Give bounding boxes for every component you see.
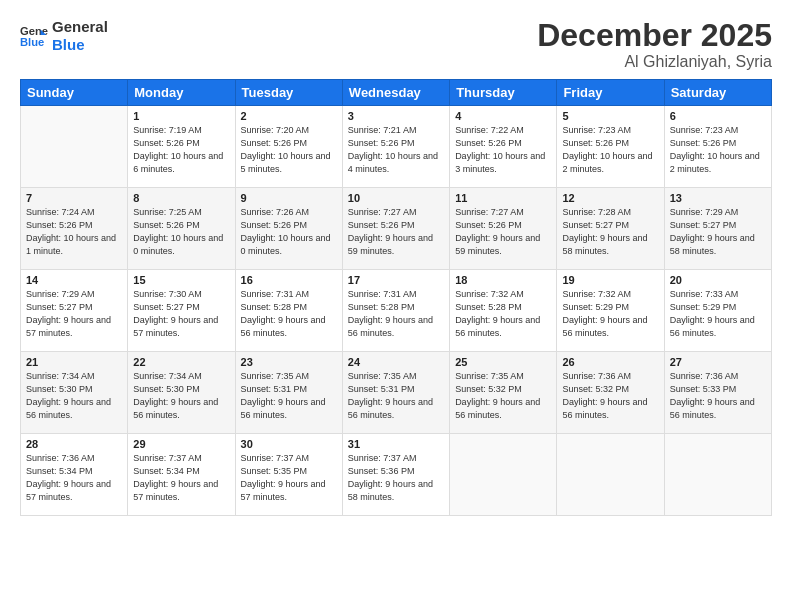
- header: General Blue General Blue December 2025 …: [20, 18, 772, 71]
- table-row: 5Sunrise: 7:23 AMSunset: 5:26 PMDaylight…: [557, 106, 664, 188]
- cell-date: 24: [348, 356, 444, 368]
- table-row: [557, 434, 664, 516]
- table-row: 22Sunrise: 7:34 AMSunset: 5:30 PMDayligh…: [128, 352, 235, 434]
- table-row: 9Sunrise: 7:26 AMSunset: 5:26 PMDaylight…: [235, 188, 342, 270]
- table-row: 8Sunrise: 7:25 AMSunset: 5:26 PMDaylight…: [128, 188, 235, 270]
- cell-info: Sunrise: 7:32 AMSunset: 5:29 PMDaylight:…: [562, 288, 658, 340]
- cell-date: 3: [348, 110, 444, 122]
- month-title: December 2025: [537, 18, 772, 53]
- cell-info: Sunrise: 7:35 AMSunset: 5:31 PMDaylight:…: [348, 370, 444, 422]
- table-row: 12Sunrise: 7:28 AMSunset: 5:27 PMDayligh…: [557, 188, 664, 270]
- cell-date: 28: [26, 438, 122, 450]
- cell-date: 23: [241, 356, 337, 368]
- table-row: 29Sunrise: 7:37 AMSunset: 5:34 PMDayligh…: [128, 434, 235, 516]
- cell-date: 20: [670, 274, 766, 286]
- calendar-week-row: 28Sunrise: 7:36 AMSunset: 5:34 PMDayligh…: [21, 434, 772, 516]
- cell-date: 6: [670, 110, 766, 122]
- cell-info: Sunrise: 7:25 AMSunset: 5:26 PMDaylight:…: [133, 206, 229, 258]
- table-row: 19Sunrise: 7:32 AMSunset: 5:29 PMDayligh…: [557, 270, 664, 352]
- cell-date: 1: [133, 110, 229, 122]
- cell-date: 30: [241, 438, 337, 450]
- cell-date: 21: [26, 356, 122, 368]
- cell-date: 7: [26, 192, 122, 204]
- cell-date: 9: [241, 192, 337, 204]
- cell-date: 18: [455, 274, 551, 286]
- calendar-table: Sunday Monday Tuesday Wednesday Thursday…: [20, 79, 772, 516]
- cell-date: 10: [348, 192, 444, 204]
- calendar-header-row: Sunday Monday Tuesday Wednesday Thursday…: [21, 80, 772, 106]
- cell-info: Sunrise: 7:35 AMSunset: 5:32 PMDaylight:…: [455, 370, 551, 422]
- table-row: 13Sunrise: 7:29 AMSunset: 5:27 PMDayligh…: [664, 188, 771, 270]
- logo-icon: General Blue: [20, 22, 48, 50]
- cell-info: Sunrise: 7:34 AMSunset: 5:30 PMDaylight:…: [133, 370, 229, 422]
- cell-info: Sunrise: 7:21 AMSunset: 5:26 PMDaylight:…: [348, 124, 444, 176]
- table-row: [664, 434, 771, 516]
- cell-info: Sunrise: 7:32 AMSunset: 5:28 PMDaylight:…: [455, 288, 551, 340]
- table-row: 6Sunrise: 7:23 AMSunset: 5:26 PMDaylight…: [664, 106, 771, 188]
- cell-date: 22: [133, 356, 229, 368]
- cell-info: Sunrise: 7:23 AMSunset: 5:26 PMDaylight:…: [562, 124, 658, 176]
- table-row: [21, 106, 128, 188]
- cell-date: 14: [26, 274, 122, 286]
- cell-date: 4: [455, 110, 551, 122]
- cell-info: Sunrise: 7:27 AMSunset: 5:26 PMDaylight:…: [455, 206, 551, 258]
- table-row: 16Sunrise: 7:31 AMSunset: 5:28 PMDayligh…: [235, 270, 342, 352]
- header-saturday: Saturday: [664, 80, 771, 106]
- calendar-week-row: 21Sunrise: 7:34 AMSunset: 5:30 PMDayligh…: [21, 352, 772, 434]
- table-row: 1Sunrise: 7:19 AMSunset: 5:26 PMDaylight…: [128, 106, 235, 188]
- cell-info: Sunrise: 7:29 AMSunset: 5:27 PMDaylight:…: [26, 288, 122, 340]
- cell-info: Sunrise: 7:28 AMSunset: 5:27 PMDaylight:…: [562, 206, 658, 258]
- table-row: 17Sunrise: 7:31 AMSunset: 5:28 PMDayligh…: [342, 270, 449, 352]
- table-row: 27Sunrise: 7:36 AMSunset: 5:33 PMDayligh…: [664, 352, 771, 434]
- calendar-page: General Blue General Blue December 2025 …: [0, 0, 792, 612]
- cell-info: Sunrise: 7:31 AMSunset: 5:28 PMDaylight:…: [241, 288, 337, 340]
- header-tuesday: Tuesday: [235, 80, 342, 106]
- cell-info: Sunrise: 7:22 AMSunset: 5:26 PMDaylight:…: [455, 124, 551, 176]
- cell-date: 8: [133, 192, 229, 204]
- table-row: 21Sunrise: 7:34 AMSunset: 5:30 PMDayligh…: [21, 352, 128, 434]
- cell-info: Sunrise: 7:33 AMSunset: 5:29 PMDaylight:…: [670, 288, 766, 340]
- title-area: December 2025 Al Ghizlaniyah, Syria: [537, 18, 772, 71]
- cell-date: 11: [455, 192, 551, 204]
- cell-date: 19: [562, 274, 658, 286]
- calendar-week-row: 14Sunrise: 7:29 AMSunset: 5:27 PMDayligh…: [21, 270, 772, 352]
- table-row: 20Sunrise: 7:33 AMSunset: 5:29 PMDayligh…: [664, 270, 771, 352]
- table-row: 3Sunrise: 7:21 AMSunset: 5:26 PMDaylight…: [342, 106, 449, 188]
- table-row: 25Sunrise: 7:35 AMSunset: 5:32 PMDayligh…: [450, 352, 557, 434]
- table-row: 31Sunrise: 7:37 AMSunset: 5:36 PMDayligh…: [342, 434, 449, 516]
- header-monday: Monday: [128, 80, 235, 106]
- cell-date: 29: [133, 438, 229, 450]
- cell-info: Sunrise: 7:27 AMSunset: 5:26 PMDaylight:…: [348, 206, 444, 258]
- svg-text:Blue: Blue: [20, 36, 44, 48]
- cell-info: Sunrise: 7:30 AMSunset: 5:27 PMDaylight:…: [133, 288, 229, 340]
- cell-info: Sunrise: 7:29 AMSunset: 5:27 PMDaylight:…: [670, 206, 766, 258]
- cell-date: 31: [348, 438, 444, 450]
- header-wednesday: Wednesday: [342, 80, 449, 106]
- table-row: 23Sunrise: 7:35 AMSunset: 5:31 PMDayligh…: [235, 352, 342, 434]
- cell-info: Sunrise: 7:31 AMSunset: 5:28 PMDaylight:…: [348, 288, 444, 340]
- table-row: 7Sunrise: 7:24 AMSunset: 5:26 PMDaylight…: [21, 188, 128, 270]
- cell-date: 26: [562, 356, 658, 368]
- calendar-week-row: 1Sunrise: 7:19 AMSunset: 5:26 PMDaylight…: [21, 106, 772, 188]
- cell-date: 25: [455, 356, 551, 368]
- cell-info: Sunrise: 7:23 AMSunset: 5:26 PMDaylight:…: [670, 124, 766, 176]
- table-row: 18Sunrise: 7:32 AMSunset: 5:28 PMDayligh…: [450, 270, 557, 352]
- header-friday: Friday: [557, 80, 664, 106]
- table-row: 28Sunrise: 7:36 AMSunset: 5:34 PMDayligh…: [21, 434, 128, 516]
- cell-info: Sunrise: 7:37 AMSunset: 5:36 PMDaylight:…: [348, 452, 444, 504]
- cell-date: 16: [241, 274, 337, 286]
- cell-date: 17: [348, 274, 444, 286]
- table-row: [450, 434, 557, 516]
- calendar-week-row: 7Sunrise: 7:24 AMSunset: 5:26 PMDaylight…: [21, 188, 772, 270]
- cell-info: Sunrise: 7:36 AMSunset: 5:32 PMDaylight:…: [562, 370, 658, 422]
- cell-date: 13: [670, 192, 766, 204]
- table-row: 2Sunrise: 7:20 AMSunset: 5:26 PMDaylight…: [235, 106, 342, 188]
- cell-date: 27: [670, 356, 766, 368]
- cell-info: Sunrise: 7:20 AMSunset: 5:26 PMDaylight:…: [241, 124, 337, 176]
- cell-info: Sunrise: 7:26 AMSunset: 5:26 PMDaylight:…: [241, 206, 337, 258]
- cell-info: Sunrise: 7:35 AMSunset: 5:31 PMDaylight:…: [241, 370, 337, 422]
- table-row: 4Sunrise: 7:22 AMSunset: 5:26 PMDaylight…: [450, 106, 557, 188]
- logo-text: General Blue: [52, 18, 108, 54]
- svg-text:General: General: [20, 25, 48, 37]
- cell-info: Sunrise: 7:36 AMSunset: 5:33 PMDaylight:…: [670, 370, 766, 422]
